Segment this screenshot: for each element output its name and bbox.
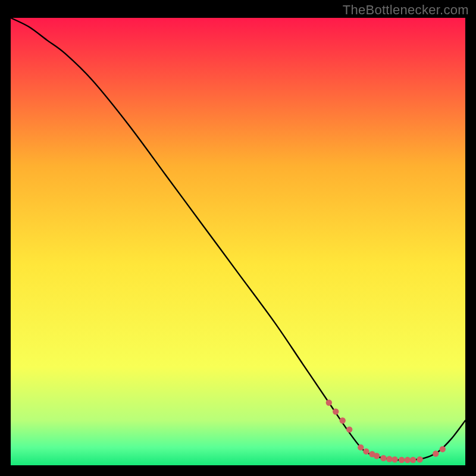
marker-point bbox=[358, 444, 364, 450]
marker-point bbox=[440, 446, 446, 452]
marker-point bbox=[416, 456, 422, 462]
marker-point bbox=[386, 456, 392, 462]
marker-point bbox=[346, 427, 352, 433]
marker-point bbox=[392, 456, 397, 462]
marker-point bbox=[405, 457, 411, 463]
bottleneck-chart bbox=[11, 18, 465, 465]
marker-point bbox=[410, 457, 416, 463]
watermark-text: TheBottlenecker.com bbox=[343, 2, 469, 18]
marker-point bbox=[433, 450, 439, 456]
marker-point bbox=[374, 453, 380, 459]
marker-point bbox=[340, 418, 346, 424]
marker-point bbox=[380, 455, 386, 461]
plot-area bbox=[11, 18, 465, 465]
marker-point bbox=[333, 409, 339, 415]
gradient-bg bbox=[11, 18, 465, 465]
marker-point bbox=[326, 400, 332, 406]
marker-point bbox=[363, 448, 369, 454]
marker-point bbox=[399, 457, 405, 463]
chart-frame: TheBottlenecker.com bbox=[0, 0, 476, 476]
